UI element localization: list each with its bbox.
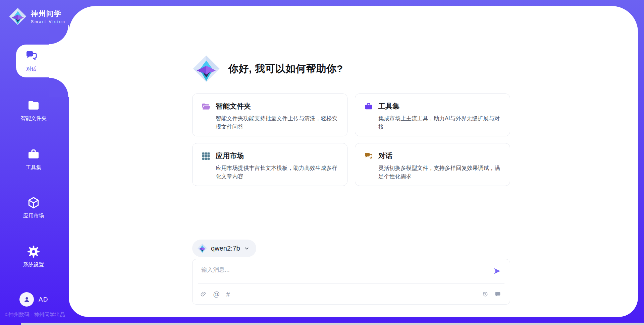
sidebar-item-settings[interactable]: 系统设置 <box>0 245 67 268</box>
grid-icon <box>201 151 211 161</box>
chat-icon <box>25 49 38 63</box>
card-toolset[interactable]: 工具集 集成市场上主流工具，助力AI与外界无缝扩展与对接 <box>355 93 510 136</box>
folder-icon <box>27 99 40 112</box>
card-title: 工具集 <box>378 102 501 111</box>
toolbox-icon <box>364 102 373 111</box>
mention-icon[interactable]: @ <box>213 291 220 298</box>
toolbox-icon <box>27 148 40 161</box>
sidebar-item-label: 智能文件夹 <box>0 115 67 122</box>
composer-tools-left: @ # <box>200 291 230 298</box>
sidebar-item-chat[interactable]: 对话 <box>16 45 69 77</box>
sidebar-item-label: 系统设置 <box>0 261 67 268</box>
card-description: 应用市场提供丰富长文本模板，助力高效生成多样化文章内容 <box>216 164 338 181</box>
active-tab-curve-bottom <box>49 77 69 97</box>
folder-open-icon <box>201 102 211 111</box>
gear-icon <box>27 245 40 258</box>
copyright-footer: ©神州数码 · 神州问学出品 <box>5 311 65 318</box>
message-composer: @ # <box>192 259 510 305</box>
user-profile[interactable]: AD <box>19 292 48 307</box>
main-panel: 你好, 我可以如何帮助你? 智能文件夹 智能文件夹功能支持批量文件上传与清洗，轻… <box>69 6 638 317</box>
prism-diamond-logo <box>192 55 220 83</box>
composer-toolbar: @ # <box>193 284 510 304</box>
main-content: 你好, 我可以如何帮助你? 智能文件夹 智能文件夹功能支持批量文件上传与清洗，轻… <box>192 55 510 305</box>
greeting: 你好, 我可以如何帮助你? <box>192 55 510 83</box>
brand-subtitle: Smart Vision <box>31 19 66 24</box>
card-title: 对话 <box>378 151 501 160</box>
card-description: 智能文件夹功能支持批量文件上传与清洗，轻松实现文件问答 <box>216 114 338 131</box>
composer-input-row <box>193 259 510 283</box>
model-selector-row: qwen2:7b <box>192 240 510 257</box>
model-selector[interactable]: qwen2:7b <box>192 240 256 257</box>
screen-bottom-edge <box>21 323 644 325</box>
sidebar-item-label: 工具集 <box>0 164 67 171</box>
user-initials: AD <box>39 296 48 303</box>
card-text: 智能文件夹 智能文件夹功能支持批量文件上传与清洗，轻松实现文件问答 <box>216 102 338 128</box>
active-tab-curve-top <box>49 25 69 45</box>
user-avatar-icon <box>23 296 31 304</box>
sidebar-item-toolset[interactable]: 工具集 <box>0 148 67 171</box>
sidebar-item-chat-inner: 对话 <box>16 49 47 73</box>
card-text: 应用市场 应用市场提供丰富长文本模板，助力高效生成多样化文章内容 <box>216 151 338 178</box>
chevron-down-icon <box>244 246 250 251</box>
page-title: 你好, 我可以如何帮助你? <box>228 62 343 76</box>
card-title: 应用市场 <box>216 151 338 160</box>
card-description: 灵活切换多模型文件，支持多样回复效果调试，满足个性化需求 <box>378 164 501 181</box>
model-name: qwen2:7b <box>211 245 240 252</box>
card-text: 工具集 集成市场上主流工具，助力AI与外界无缝扩展与对接 <box>378 102 501 128</box>
sidebar-item-label: 应用市场 <box>0 212 67 219</box>
card-description: 集成市场上主流工具，助力AI与外界无缝扩展与对接 <box>378 114 501 131</box>
card-title: 智能文件夹 <box>216 102 338 111</box>
card-smart-folder[interactable]: 智能文件夹 智能文件夹功能支持批量文件上传与清洗，轻松实现文件问答 <box>192 93 347 136</box>
card-app-market[interactable]: 应用市场 应用市场提供丰富长文本模板，助力高效生成多样化文章内容 <box>192 143 347 186</box>
sidebar-item-label: 对话 <box>16 66 47 73</box>
feature-cards: 智能文件夹 智能文件夹功能支持批量文件上传与清洗，轻松实现文件问答 工具集 集成… <box>192 93 510 186</box>
composer-tools-right <box>482 291 501 298</box>
send-icon[interactable] <box>493 267 501 275</box>
attachment-icon[interactable] <box>200 291 207 298</box>
cube-icon <box>27 196 40 209</box>
feedback-bubble-icon[interactable] <box>494 291 501 298</box>
history-icon[interactable] <box>482 291 489 298</box>
prism-diamond-logo <box>197 243 207 253</box>
sidebar-item-app-market[interactable]: 应用市场 <box>0 196 67 219</box>
card-text: 对话 灵活切换多模型文件，支持多样回复效果调试，满足个性化需求 <box>378 151 501 178</box>
sidebar-item-smart-folder[interactable]: 智能文件夹 <box>0 99 67 122</box>
brand-text: 神州问学 Smart Vision <box>31 9 66 24</box>
prism-diamond-logo <box>9 7 27 25</box>
app-logo: 神州问学 Smart Vision <box>9 7 66 25</box>
brand-name: 神州问学 <box>31 9 66 18</box>
card-chat[interactable]: 对话 灵活切换多模型文件，支持多样回复效果调试，满足个性化需求 <box>355 143 510 186</box>
chat-icon <box>364 151 373 161</box>
message-input[interactable] <box>201 266 493 273</box>
hashtag-icon[interactable]: # <box>226 291 230 298</box>
avatar <box>19 292 34 307</box>
